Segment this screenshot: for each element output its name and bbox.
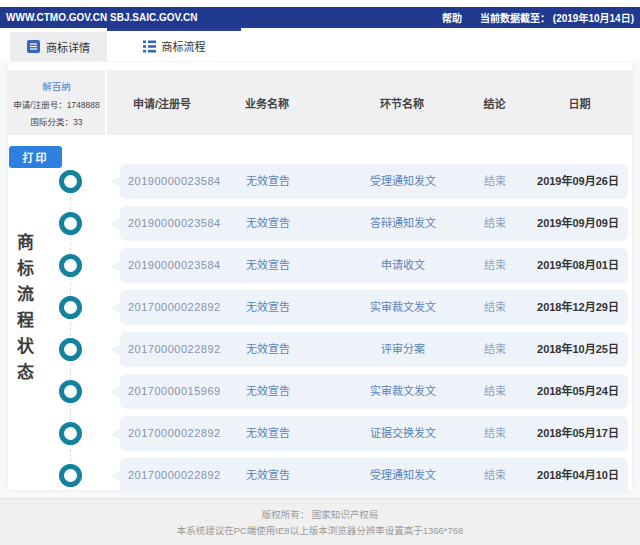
registration-number-label: 申请/注册号： xyxy=(13,100,66,110)
document-icon xyxy=(27,40,40,53)
intl-class-value: 33 xyxy=(73,117,82,127)
process-row[interactable]: 20190000023584 无效宣告 受理通知发文 结束 2019年09月26… xyxy=(120,164,628,199)
cell-business-name: 无效宣告 xyxy=(210,164,326,199)
cell-business-name: 无效宣告 xyxy=(210,206,326,241)
registration-number-value: 1748888 xyxy=(67,100,100,110)
process-row[interactable]: 20170000022892 无效宣告 证据交换发文 结束 2018年05月17… xyxy=(120,416,628,451)
print-button[interactable]: 打印 xyxy=(9,146,62,168)
row-pointer-icon xyxy=(111,344,121,356)
cell-date: 2019年09月09日 xyxy=(520,206,636,241)
row-pointer-icon xyxy=(111,176,121,188)
cell-step-name: 受理通知发文 xyxy=(343,164,463,199)
intl-class-line: 国际分类：33 xyxy=(31,115,83,127)
timeline-node-icon xyxy=(59,254,82,277)
timeline-node-icon xyxy=(59,296,82,319)
cell-business-name: 无效宣告 xyxy=(210,248,326,283)
cell-business-name: 无效宣告 xyxy=(210,458,326,493)
process-row[interactable]: 20170000022892 无效宣告 评审分案 结束 2018年10月25日 xyxy=(120,332,628,367)
process-rows: 20190000023584 无效宣告 受理通知发文 结束 2019年09月26… xyxy=(120,0,628,545)
cell-step-name: 实审裁文发文 xyxy=(343,290,463,325)
cell-conclusion: 结束 xyxy=(467,206,523,241)
cell-step-name: 答辩通知发文 xyxy=(343,206,463,241)
cell-date: 2018年05月17日 xyxy=(520,416,636,451)
timeline-node-icon xyxy=(59,464,82,487)
process-row[interactable]: 20170000022892 无效宣告 实审裁文发文 结束 2018年12月29… xyxy=(120,290,628,325)
process-row[interactable]: 20190000023584 无效宣告 答辩通知发文 结束 2019年09月09… xyxy=(120,206,628,241)
intl-class-label: 国际分类： xyxy=(31,117,74,127)
cell-step-name: 评审分案 xyxy=(343,332,463,367)
registration-number-line: 申请/注册号：1748888 xyxy=(13,98,99,110)
cell-conclusion: 结束 xyxy=(467,290,523,325)
timeline-node-icon xyxy=(59,170,82,193)
row-pointer-icon xyxy=(111,428,121,440)
cell-step-name: 受理通知发文 xyxy=(343,458,463,493)
timeline-node-icon xyxy=(59,212,82,235)
cell-step-name: 实审裁文发文 xyxy=(343,374,463,409)
cell-business-name: 无效宣告 xyxy=(210,416,326,451)
row-pointer-icon xyxy=(111,218,121,230)
row-pointer-icon xyxy=(111,302,121,314)
cell-conclusion: 结束 xyxy=(467,332,523,367)
cell-business-name: 无效宣告 xyxy=(210,332,326,367)
cell-date: 2019年09月26日 xyxy=(520,164,636,199)
row-pointer-icon xyxy=(111,260,121,272)
cell-step-name: 申请收文 xyxy=(343,248,463,283)
cell-business-name: 无效宣告 xyxy=(210,290,326,325)
cell-business-name: 无效宣告 xyxy=(210,374,326,409)
cell-conclusion: 结束 xyxy=(467,164,523,199)
timeline-node-icon xyxy=(59,380,82,403)
timeline-node-icon xyxy=(59,338,82,361)
timeline-node-icon xyxy=(59,422,82,445)
process-row[interactable]: 20190000023584 无效宣告 申请收文 结束 2019年08月01日 xyxy=(120,248,628,283)
tab-trademark-details[interactable]: 商标详情 xyxy=(10,32,107,61)
trademark-name: 解百纳 xyxy=(42,79,71,93)
cell-date: 2019年08月01日 xyxy=(520,248,636,283)
cell-conclusion: 结束 xyxy=(467,374,523,409)
footer: 版权所有： 国家知识产权局 本系统建议在PC端使用IE8以上版本浏览器分辨率设置… xyxy=(0,498,640,545)
cell-date: 2018年12月29日 xyxy=(520,290,636,325)
cell-conclusion: 结束 xyxy=(467,248,523,283)
row-pointer-icon xyxy=(111,470,121,482)
cell-conclusion: 结束 xyxy=(467,416,523,451)
browser-advice-line: 本系统建议在PC端使用IE8以上版本浏览器分辨率设置高于1366*768 xyxy=(0,523,640,539)
cell-conclusion: 结束 xyxy=(467,458,523,493)
cell-date: 2018年04月10日 xyxy=(520,458,636,493)
trademark-process-page: WWW.CTMO.GOV.CN SBJ.SAIC.GOV.CN 帮助 当前数据截… xyxy=(0,0,640,545)
cell-date: 2018年05月24日 xyxy=(520,374,636,409)
cell-step-name: 证据交换发文 xyxy=(343,416,463,451)
cell-date: 2018年10月25日 xyxy=(520,332,636,367)
process-row[interactable]: 20170000015969 无效宣告 实审裁文发文 结束 2018年05月24… xyxy=(120,374,628,409)
process-row[interactable]: 20170000022892 无效宣告 受理通知发文 结束 2018年04月10… xyxy=(120,458,628,493)
tab-label: 商标详情 xyxy=(46,39,90,55)
row-pointer-icon xyxy=(111,386,121,398)
page-title-vertical: 商标流程状态 xyxy=(11,233,36,389)
trademark-info-panel: 解百纳 申请/注册号：1748888 国际分类：33 xyxy=(8,70,105,135)
copyright-line: 版权所有： 国家知识产权局 xyxy=(0,507,640,523)
